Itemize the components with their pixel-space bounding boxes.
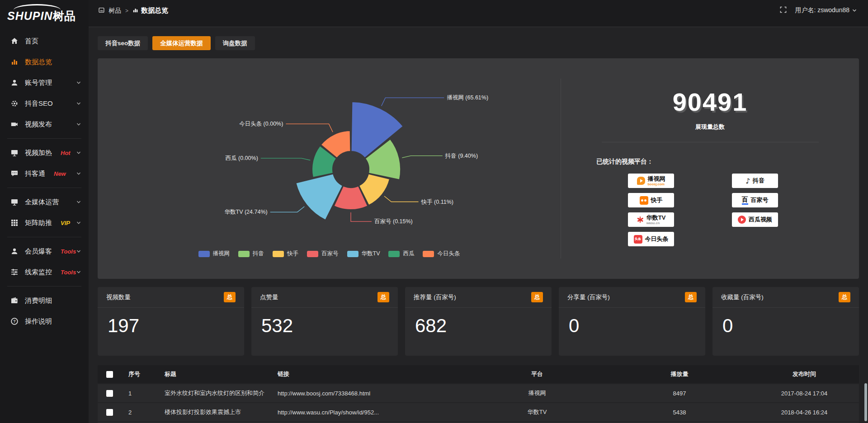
legend-label: 抖音 — [253, 250, 264, 258]
legend-item-1[interactable]: 抖音 — [238, 250, 264, 258]
platform-name: 今日头条 — [645, 235, 669, 243]
legend-item-6[interactable]: 今日头条 — [423, 250, 460, 258]
legend-item-3[interactable]: 百家号 — [307, 250, 339, 258]
legend-swatch — [198, 251, 210, 257]
platform-badge-toutiao[interactable]: 头条今日头条 — [628, 232, 674, 246]
platform-subtext: boosj.com — [648, 183, 665, 186]
tab-media-operation-data[interactable]: 全媒体运营数据 — [152, 36, 211, 50]
cell-title[interactable]: 楼体投影灯投影效果震撼上市 — [157, 403, 270, 421]
stat-card-header: 点赞量总 — [251, 287, 398, 308]
stat-card-header: 推荐量 (百家号)总 — [405, 287, 552, 308]
menu-divider — [7, 237, 81, 237]
legend-item-2[interactable]: 快手 — [273, 250, 298, 258]
cell-link[interactable]: http://www.wasu.cn/Play/show/id/952... — [270, 403, 465, 421]
cell-plays: 8497 — [609, 384, 750, 402]
stat-card-value: 0 — [559, 308, 705, 337]
row-checkbox-cell — [98, 384, 121, 402]
chevron-down-icon — [76, 199, 81, 205]
sidebar-item-media-operation[interactable]: 全媒体运营 — [0, 192, 89, 212]
platform-badge-baijia[interactable]: 百百家号 — [732, 193, 778, 207]
total-badge[interactable]: 总 — [531, 292, 543, 302]
app-logo[interactable]: SHUPIN树品 — [0, 0, 89, 28]
sidebar-item-data-overview[interactable]: 数据总览 — [0, 52, 89, 72]
stat-card-label: 推荐量 (百家号) — [414, 293, 456, 301]
sidebar: SHUPIN树品 首页数据总览账号管理抖音SEO视频发布视频加热Hot抖客通Ne… — [0, 0, 89, 423]
cell-link[interactable]: http://www.boosj.com/7338468.html — [270, 384, 465, 402]
stat-card-header: 分享量 (百家号)总 — [559, 287, 705, 308]
chevron-down-icon — [76, 80, 81, 85]
sidebar-item-account-manage[interactable]: 账号管理 — [0, 72, 89, 93]
chevron-down-icon — [76, 269, 81, 275]
cell-time: 2018-04-26 16:24 — [750, 403, 859, 421]
sidebar-item-doketong[interactable]: 抖客通New — [0, 163, 89, 184]
sidebar-item-manual[interactable]: ?操作说明 — [0, 311, 89, 332]
select-all-checkbox[interactable] — [106, 371, 113, 378]
fullscreen-icon[interactable] — [780, 6, 787, 14]
platform-badge-boosj[interactable]: 播视网boosj.com — [628, 174, 674, 188]
tab-douyin-seo-data[interactable]: 抖音seo数据 — [98, 36, 148, 50]
sidebar-item-label: 操作说明 — [25, 317, 52, 326]
stat-card-header: 收藏量 (百家号)总 — [712, 287, 859, 308]
platform-name: 抖音 — [753, 177, 764, 185]
sidebar-item-consume-detail[interactable]: 消费明细 — [0, 290, 89, 311]
column-header-2: 链接 — [270, 365, 465, 383]
sidebar-item-home[interactable]: 首页 — [0, 31, 89, 52]
platforms-label: 已统计的视频平台： — [596, 158, 859, 166]
stat-card-0: 视频数量总197 — [98, 287, 244, 356]
scrollbar-thumb[interactable] — [864, 383, 867, 421]
platform-badge-column-left: 播视网boosj.com快手华数TVwasu.cn头条今日头条 — [628, 174, 674, 246]
row-checkbox[interactable] — [106, 390, 113, 397]
video-table: 序号标题链接平台播放量发布时间 1室外水纹灯和室内水纹灯的区别和简介http:/… — [98, 364, 859, 423]
platform-badge-xigua[interactable]: 西瓜视频 — [732, 212, 778, 227]
pie-slice-4[interactable] — [296, 174, 343, 221]
total-badge[interactable]: 总 — [224, 292, 236, 302]
platform-badges: 播视网boosj.com快手华数TVwasu.cn头条今日头条 ♪抖音百百家号西… — [561, 174, 859, 246]
total-impressions-label: 展现量总数 — [561, 123, 859, 131]
legend-label: 播视网 — [213, 250, 230, 258]
total-badge[interactable]: 总 — [377, 292, 389, 302]
platform-badge-douyin[interactable]: ♪抖音 — [732, 174, 778, 188]
question-icon: ? — [10, 317, 19, 326]
douyin-logo-icon: ♪ — [745, 177, 750, 185]
legend-item-5[interactable]: 西瓜 — [388, 250, 414, 258]
sidebar-item-label: 全媒体运营 — [25, 198, 59, 207]
sidebar-item-douyin-seo[interactable]: 抖音SEO — [0, 93, 89, 114]
sidebar-item-video-heat[interactable]: 视频加热Hot — [0, 142, 89, 163]
sidebar-item-video-publish[interactable]: 视频发布 — [0, 114, 89, 135]
pie-label-1: 抖音 (9.40%) — [445, 153, 478, 159]
legend-swatch — [273, 251, 284, 257]
sidebar-item-clue-monitor[interactable]: 线索监控Tools — [0, 262, 89, 282]
legend-swatch — [347, 251, 359, 257]
topbar-right: 用户名: zswodun88 — [780, 6, 857, 14]
kuaishou-logo-icon — [640, 196, 648, 205]
sidebar-item-matrix-boost[interactable]: 矩阵助推VIP — [0, 212, 89, 233]
platform-name: 华数TV — [646, 215, 666, 221]
legend-item-4[interactable]: 华数TV — [347, 250, 380, 258]
sidebar-item-label: 会员爆客 — [25, 247, 52, 256]
column-header-5: 发布时间 — [750, 365, 859, 383]
pie-label-2: 快手 (0.11%) — [421, 199, 453, 205]
platform-badge-wasu[interactable]: 华数TVwasu.cn — [628, 212, 674, 227]
user-menu[interactable]: 用户名: zswodun88 — [795, 6, 857, 14]
cell-title[interactable]: 室外水纹灯和室内水纹灯的区别和简介 — [157, 384, 270, 402]
pie-label-line-4 — [270, 207, 305, 212]
pie-label-6: 今日头条 (0.00%) — [239, 121, 283, 127]
total-badge[interactable]: 总 — [685, 292, 697, 302]
legend-item-0[interactable]: 播视网 — [198, 250, 230, 258]
stat-cards-row: 视频数量总197点赞量总532推荐量 (百家号)总682分享量 (百家号)总0收… — [98, 287, 859, 356]
legend-swatch — [388, 251, 400, 257]
video-icon — [10, 120, 19, 129]
row-checkbox[interactable] — [106, 409, 113, 416]
sidebar-item-label: 矩阵助推 — [25, 219, 52, 227]
sidebar-item-member-baoke[interactable]: 会员爆客Tools — [0, 241, 89, 262]
tab-inquiry-data[interactable]: 询盘数据 — [215, 36, 255, 50]
platform-badge-kuaishou[interactable]: 快手 — [628, 193, 674, 207]
legend-label: 今日头条 — [437, 250, 460, 258]
screen-icon — [10, 148, 19, 157]
platform-name: 播视网 — [648, 176, 665, 182]
total-badge[interactable]: 总 — [839, 292, 850, 302]
app-root: SHUPIN树品 首页数据总览账号管理抖音SEO视频发布视频加热Hot抖客通Ne… — [0, 0, 868, 423]
breadcrumb-root[interactable]: 树品 — [108, 7, 121, 15]
home-icon — [10, 37, 19, 46]
chevron-down-icon — [76, 249, 81, 254]
